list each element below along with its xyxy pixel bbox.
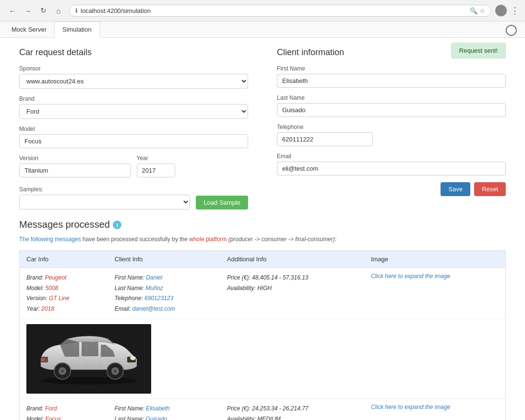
desc-whole-platform: whole platform (189, 236, 227, 243)
last-name-group: Last Name (277, 94, 506, 117)
first-name-label: First Name (277, 65, 506, 72)
bookmark-icon[interactable]: ☆ (479, 7, 485, 14)
address-bar[interactable]: ℹ localhost:4200/simulation 🔍 ☆ (69, 5, 491, 17)
car-image-1 (26, 324, 151, 394)
model-label-1: Model: (26, 285, 45, 292)
last-name-input[interactable] (277, 103, 506, 117)
table-row: Brand: Peugeot Model: 5008 Version: GT L… (20, 268, 506, 319)
avail-label-2: Availability: (227, 416, 257, 420)
messages-section: Messages processed i The following messa… (19, 219, 506, 420)
github-icon[interactable]: ◯ (505, 23, 517, 36)
load-sample-button[interactable]: Load Sample (196, 196, 248, 210)
avail-value-2: MEDIUM (257, 416, 281, 420)
messages-title: Messages processed (19, 219, 110, 230)
year-input[interactable] (137, 163, 175, 177)
samples-row: Samples: Load Sample (19, 186, 248, 210)
email-input[interactable] (277, 162, 506, 175)
browser-extra: ⋮ (495, 5, 519, 16)
address-actions: 🔍 ☆ (470, 7, 485, 14)
tab-bar: Mock Server Simulation ◯ (0, 22, 525, 38)
year-group: Year (137, 155, 249, 177)
action-buttons: Save Reset (277, 182, 506, 196)
fn-label-2: First Name: (115, 405, 146, 412)
svg-rect-1 (82, 342, 98, 356)
col-car-info: Car Info (20, 251, 108, 268)
col-additional-info: Additional Info (220, 251, 364, 268)
version-group: Version (19, 155, 131, 177)
request-sent-badge: Request sent! (451, 43, 506, 58)
col-client-info: Client Info (108, 251, 220, 268)
model-label-2: Model: (26, 416, 45, 420)
version-label: Version (19, 155, 131, 162)
desc-messages-word: messages (55, 236, 81, 243)
forward-button[interactable]: → (21, 4, 35, 17)
car-request-section: Car request details Sponsor www.autoscou… (19, 47, 248, 210)
save-button[interactable]: Save (441, 182, 470, 196)
svg-point-10 (130, 356, 136, 360)
model-group: Model (19, 126, 248, 148)
search-icon[interactable]: 🔍 (470, 7, 477, 14)
messages-table: Car Info Client Info Additional Info Ima… (19, 250, 506, 420)
desc-flow: (producer -> consumer -> final-consumer)… (228, 236, 336, 243)
fn-value-1: Daniel (146, 274, 162, 281)
model-value-2: Focus (45, 416, 61, 420)
year-label: Year (137, 155, 249, 162)
back-button[interactable]: ← (6, 4, 19, 17)
table-header-row: Car Info Client Info Additional Info Ima… (20, 251, 506, 268)
sponsor-select[interactable]: www.autoscout24.es www.coches.net www.mo… (19, 74, 248, 89)
first-name-input[interactable] (277, 74, 506, 88)
table-row-2: Brand: Ford Model: Focus Version: Titani… (20, 399, 506, 420)
reset-button[interactable]: Reset (474, 182, 506, 196)
year-label-1: Year: (26, 305, 41, 312)
fn-value-2: Elisabeth (146, 405, 169, 412)
additional-info-cell-1: Price (€): 48,405.14 - 57,316.13 Availab… (220, 268, 364, 319)
model-input[interactable] (19, 134, 248, 148)
samples-group: Samples: (19, 186, 190, 210)
price-label-2: Price (€): (227, 405, 252, 412)
reload-button[interactable]: ↻ (36, 4, 50, 17)
svg-point-9 (61, 370, 64, 373)
tel-value-1: 690123123 (144, 295, 173, 302)
last-name-label: Last Name (277, 94, 506, 101)
ln-label-1: Last Name: (115, 285, 146, 292)
year-value-1: 2018 (41, 305, 54, 312)
ln-value-2: Guisado (145, 416, 167, 420)
model-value-1: 5008 (45, 285, 58, 292)
tel-label-1: Telephone: (115, 295, 144, 302)
desc-following: The following (19, 236, 53, 243)
version-year-row: Version Year (19, 155, 248, 184)
ln-value-1: Muñoz (145, 285, 163, 292)
telephone-group: Telephone (277, 124, 506, 146)
form-row: Car request details Sponsor www.autoscou… (19, 47, 506, 210)
brand-select[interactable]: Ford Peugeot BMW Audi (19, 104, 248, 119)
lock-icon: ℹ (75, 7, 78, 14)
brand-label-1: Brand: (26, 274, 45, 281)
car-svg-1 (31, 330, 146, 388)
samples-select[interactable] (19, 195, 190, 210)
client-info-section: Client information First Name Last Name … (277, 47, 506, 210)
ln-label-2: Last Name: (115, 416, 146, 420)
avail-value-1: HIGH (257, 285, 272, 292)
browser-chrome: ← → ↻ ⌂ ℹ localhost:4200/simulation 🔍 ☆ … (0, 0, 525, 22)
expand-image-link-2[interactable]: Click here to expand the image (371, 404, 450, 410)
col-image: Image (364, 251, 506, 268)
version-label-1: Version: (26, 295, 49, 302)
brand-group: Brand Ford Peugeot BMW Audi (19, 95, 248, 119)
nav-buttons: ← → ↻ ⌂ (6, 4, 65, 17)
brand-value-2: Ford (45, 405, 57, 412)
brand-value-1: Peugeot (45, 274, 67, 281)
email-group: Email (277, 153, 506, 175)
telephone-input[interactable] (277, 132, 373, 146)
car-info-cell-2: Brand: Ford Model: Focus Version: Titani… (20, 399, 108, 420)
client-info-cell-2: First Name: Elisabeth Last Name: Guisado… (108, 399, 220, 420)
version-input[interactable] (19, 163, 131, 177)
menu-button[interactable]: ⋮ (511, 5, 519, 16)
tab-simulation[interactable]: Simulation (54, 22, 100, 38)
url-text: localhost:4200/simulation (81, 7, 467, 14)
sponsor-label: Sponsor (19, 65, 248, 72)
expand-image-link-1[interactable]: Click here to expand the image (371, 273, 450, 280)
home-button[interactable]: ⌂ (52, 4, 65, 17)
avatar (495, 5, 507, 16)
app-name: Mock Server (4, 22, 54, 37)
avail-label-1: Availability: (227, 285, 257, 292)
